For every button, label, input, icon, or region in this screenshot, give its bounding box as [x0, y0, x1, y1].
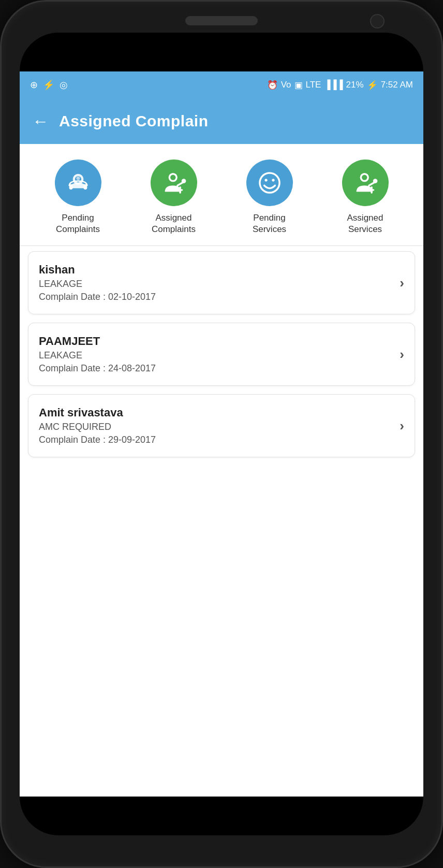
- complaint-info-1: kishan LEAKAGE Complain Date : 02-10-201…: [39, 263, 400, 302]
- svg-point-8: [181, 179, 186, 183]
- app-bar: ← Assigned Complain: [20, 98, 423, 144]
- complaint-name-2: PAAMJEET: [39, 335, 400, 348]
- network-text: Vo: [281, 80, 291, 90]
- battery-text: 21%: [346, 80, 364, 90]
- svg-point-17: [373, 179, 377, 183]
- svg-point-13: [272, 179, 274, 181]
- category-assigned-services[interactable]: AssignedServices: [317, 160, 413, 235]
- speaker: [185, 16, 258, 25]
- wechat-icon: ⊕: [30, 79, 38, 91]
- phone-inner: ⊕ ⚡ ◎ ⏰ Vo ▣ LTE ▐▐▐ 21% ⚡ 7:52 AM ←: [20, 33, 423, 835]
- pending-services-circle: [246, 160, 293, 206]
- status-right: ⏰ Vo ▣ LTE ▐▐▐ 21% ⚡ 7:52 AM: [267, 80, 413, 91]
- chevron-right-1: ›: [400, 275, 404, 291]
- pending-complaints-label: PendingComplaints: [56, 212, 100, 235]
- sim-icon: ▣: [294, 80, 303, 91]
- complaint-type-3: AMC REQUIRED: [39, 422, 400, 432]
- screen: ⊕ ⚡ ◎ ⏰ Vo ▣ LTE ▐▐▐ 21% ⚡ 7:52 AM ←: [20, 71, 423, 797]
- svg-point-2: [76, 177, 80, 180]
- complaint-date-3: Complain Date : 29-09-2017: [39, 435, 400, 445]
- svg-point-11: [259, 173, 279, 193]
- svg-point-6: [170, 175, 175, 180]
- complaint-card-1[interactable]: kishan LEAKAGE Complain Date : 02-10-201…: [28, 251, 415, 314]
- assigned-complaints-label: AssignedComplaints: [152, 212, 196, 235]
- camera: [370, 14, 385, 28]
- status-left-icons: ⊕ ⚡ ◎: [30, 79, 68, 91]
- complaint-info-2: PAAMJEET LEAKAGE Complain Date : 24-08-2…: [39, 335, 400, 374]
- assigned-complaints-circle: [151, 160, 197, 206]
- status-bar: ⊕ ⚡ ◎ ⏰ Vo ▣ LTE ▐▐▐ 21% ⚡ 7:52 AM: [20, 71, 423, 98]
- complaint-name-3: Amit srivastava: [39, 406, 400, 419]
- category-row: PendingComplaints: [20, 144, 423, 246]
- complaint-type-1: LEAKAGE: [39, 279, 400, 290]
- svg-point-12: [264, 179, 267, 181]
- complaint-card-2[interactable]: PAAMJEET LEAKAGE Complain Date : 24-08-2…: [28, 323, 415, 386]
- phone-frame: ⊕ ⚡ ◎ ⏰ Vo ▣ LTE ▐▐▐ 21% ⚡ 7:52 AM ←: [0, 0, 443, 868]
- complaint-type-2: LEAKAGE: [39, 350, 400, 361]
- page-title: Assigned Complain: [59, 112, 209, 130]
- lte-icon: LTE: [306, 80, 321, 90]
- charging-icon: ⚡: [367, 80, 378, 91]
- back-button[interactable]: ←: [32, 112, 49, 131]
- usb-icon: ⚡: [43, 79, 54, 91]
- category-pending-services[interactable]: PendingServices: [222, 160, 317, 235]
- complaint-list: kishan LEAKAGE Complain Date : 02-10-201…: [20, 246, 423, 471]
- complaint-date-2: Complain Date : 24-08-2017: [39, 363, 400, 374]
- headset-icon: [65, 169, 92, 196]
- complaint-card-3[interactable]: Amit srivastava AMC REQUIRED Complain Da…: [28, 394, 415, 457]
- whatsapp-icon: ◎: [60, 79, 68, 91]
- worker-icon-2: [352, 169, 379, 196]
- complaint-date-1: Complain Date : 02-10-2017: [39, 292, 400, 302]
- complaint-name-1: kishan: [39, 263, 400, 277]
- smile-icon: [256, 169, 283, 196]
- assigned-services-circle: [342, 160, 389, 206]
- content-area: PendingComplaints: [20, 144, 423, 797]
- category-assigned-complaints[interactable]: AssignedComplaints: [126, 160, 222, 235]
- chevron-right-2: ›: [400, 346, 404, 363]
- complaint-info-3: Amit srivastava AMC REQUIRED Complain Da…: [39, 406, 400, 445]
- pending-services-label: PendingServices: [253, 212, 286, 235]
- pending-complaints-circle: [55, 160, 101, 206]
- time-text: 7:52 AM: [381, 80, 413, 90]
- svg-point-15: [362, 175, 367, 180]
- clock-icon: ⏰: [267, 80, 278, 91]
- signal-icon: ▐▐▐: [324, 80, 343, 90]
- assigned-services-label: AssignedServices: [347, 212, 383, 235]
- worker-icon-1: [160, 169, 187, 196]
- chevron-right-3: ›: [400, 418, 404, 434]
- category-pending-complaints[interactable]: PendingComplaints: [30, 160, 126, 235]
